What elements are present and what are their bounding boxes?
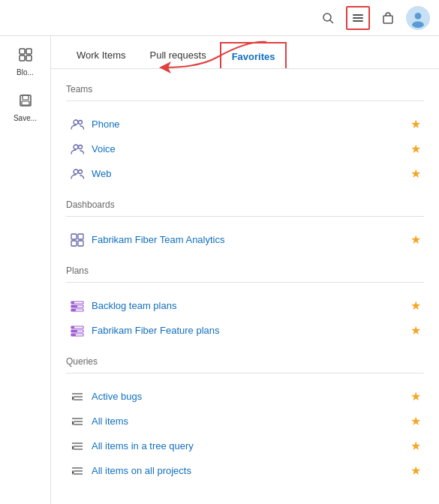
svg-point-17 (79, 120, 83, 124)
svg-rect-23 (78, 234, 83, 239)
list-item[interactable]: Backlog team plans ★ (66, 293, 424, 318)
svg-point-21 (79, 170, 83, 173)
svg-point-8 (412, 21, 424, 28)
divider-plans (66, 282, 424, 283)
tab-work-items[interactable]: Work Items (66, 42, 137, 68)
item-phone-label: Phone (92, 118, 404, 130)
star-backlog-plans[interactable]: ★ (410, 298, 421, 313)
svg-rect-24 (71, 241, 77, 246)
tab-bar: Work Items Pull requests Favorites (51, 36, 439, 69)
section-dashboards: Dashboards Fabrikam Fiber Team Analytics… (66, 200, 424, 252)
list-item[interactable]: Fabrikam Fiber Team Analytics ★ (66, 227, 424, 252)
list-item[interactable]: All items on all projects ★ (66, 458, 424, 483)
svg-point-7 (415, 13, 422, 20)
svg-rect-29 (71, 302, 74, 304)
section-dashboards-label: Dashboards (66, 200, 424, 210)
query-icon (69, 464, 86, 478)
svg-point-16 (74, 120, 78, 124)
top-bar (0, 0, 439, 36)
star-web[interactable]: ★ (410, 166, 421, 181)
list-item[interactable]: Active bugs ★ (66, 384, 424, 409)
query-icon (69, 440, 86, 453)
svg-rect-5 (383, 16, 392, 23)
star-active-bugs[interactable]: ★ (410, 389, 421, 404)
menu-icon[interactable] (346, 6, 370, 30)
sidebar-item-save[interactable]: Save... (6, 89, 44, 128)
star-fabrikam-analytics[interactable]: ★ (410, 232, 421, 247)
save-icon (19, 94, 32, 111)
search-icon[interactable] (316, 6, 340, 30)
item-tree-query-label: All items in a tree query (92, 440, 404, 452)
svg-rect-10 (26, 49, 32, 54)
board-icon (19, 48, 32, 65)
main-panel: Work Items Pull requests Favorites Teams (51, 36, 439, 504)
item-web-label: Web (92, 168, 404, 179)
sidebar-save-label: Save... (14, 114, 37, 123)
list-item[interactable]: Fabrikam Fiber Feature plans ★ (66, 318, 424, 343)
dashboard-icon (69, 233, 86, 247)
sidebar: Blo... Save... (0, 36, 51, 504)
team-icon (69, 118, 86, 131)
item-all-projects-label: All items on all projects (92, 465, 404, 476)
svg-rect-35 (71, 326, 74, 328)
list-item[interactable]: All items ★ (66, 409, 424, 434)
team-icon (69, 142, 86, 156)
divider-dashboards (66, 216, 424, 217)
svg-rect-2 (353, 14, 363, 16)
section-teams: Teams Phone ★ (66, 84, 424, 186)
divider-queries (66, 373, 424, 374)
star-voice[interactable]: ★ (410, 142, 421, 156)
query-icon (69, 415, 86, 428)
star-feature-plans[interactable]: ★ (410, 323, 421, 338)
svg-rect-15 (22, 101, 29, 105)
item-feature-plans-label: Fabrikam Fiber Feature plans (92, 325, 404, 336)
tab-favorites[interactable]: Favorites (220, 42, 287, 68)
svg-rect-3 (353, 17, 363, 19)
svg-rect-14 (23, 95, 29, 100)
svg-point-18 (74, 145, 78, 149)
svg-point-19 (79, 145, 83, 148)
section-queries-label: Queries (66, 356, 424, 367)
svg-rect-30 (71, 305, 77, 308)
svg-rect-37 (71, 334, 76, 336)
svg-rect-12 (26, 56, 32, 61)
list-item[interactable]: Phone ★ (66, 112, 424, 136)
sidebar-item-board[interactable]: Blo... (6, 44, 44, 82)
svg-rect-9 (20, 49, 25, 54)
tab-pull-requests[interactable]: Pull requests (140, 42, 217, 68)
sidebar-board-label: Blo... (17, 68, 34, 77)
star-all-items[interactable]: ★ (410, 414, 421, 428)
section-teams-label: Teams (66, 84, 424, 94)
item-backlog-plans-label: Backlog team plans (92, 300, 404, 311)
section-queries: Queries Active bugs ★ (66, 356, 424, 483)
svg-line-1 (330, 20, 333, 23)
item-voice-label: Voice (92, 143, 404, 154)
star-tree-query[interactable]: ★ (410, 439, 421, 453)
item-all-items-label: All items (92, 416, 404, 427)
query-icon (69, 390, 86, 404)
item-active-bugs-label: Active bugs (92, 391, 404, 402)
section-plans-label: Plans (66, 266, 424, 276)
team-icon (69, 167, 86, 181)
bag-icon[interactable] (376, 6, 400, 30)
favorites-content: Teams Phone ★ (51, 69, 439, 504)
svg-rect-25 (78, 241, 83, 246)
list-item[interactable]: All items in a tree query ★ (66, 434, 424, 458)
svg-rect-11 (20, 56, 25, 61)
list-item[interactable]: Voice ★ (66, 136, 424, 161)
item-fabrikam-analytics-label: Fabrikam Fiber Team Analytics (92, 234, 404, 245)
list-item[interactable]: Web ★ (66, 161, 424, 186)
svg-point-20 (74, 170, 78, 174)
svg-rect-4 (353, 20, 363, 22)
star-phone[interactable]: ★ (410, 117, 421, 131)
star-all-projects[interactable]: ★ (410, 464, 421, 478)
avatar[interactable] (406, 6, 430, 30)
plan-icon (69, 324, 86, 338)
svg-rect-36 (71, 330, 77, 332)
layout: Blo... Save... Work Items Pull requests (0, 36, 439, 504)
plan-icon (69, 299, 86, 313)
divider-teams (66, 100, 424, 101)
svg-rect-31 (71, 309, 76, 311)
svg-rect-22 (71, 234, 77, 239)
section-plans: Plans Backlog team plans (66, 266, 424, 343)
